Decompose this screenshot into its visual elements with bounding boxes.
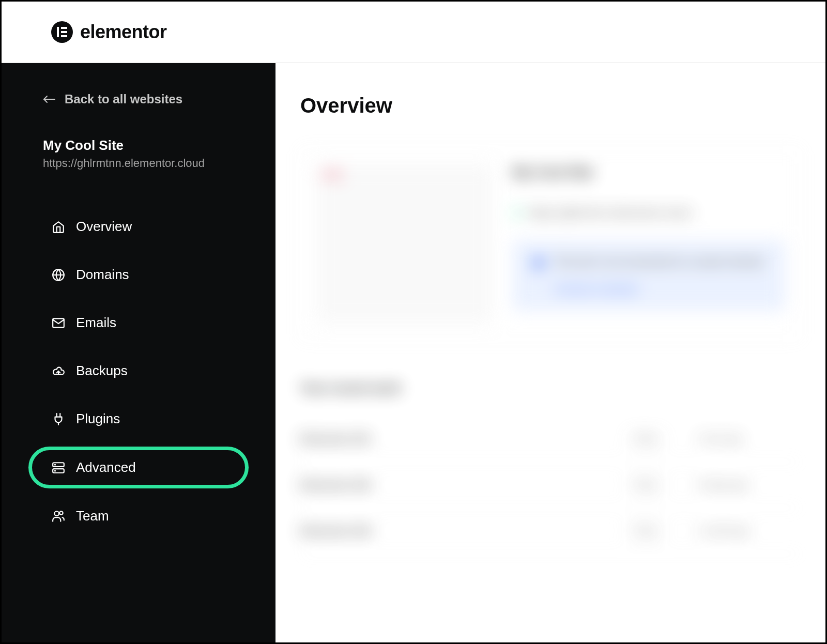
sidebar-item-overview[interactable]: Overview bbox=[28, 206, 249, 247]
home-icon bbox=[51, 220, 66, 234]
sidebar-item-team[interactable]: Team bbox=[28, 496, 249, 536]
row-time: 10 days ago bbox=[697, 480, 801, 490]
sidebar-item-label: Domains bbox=[76, 267, 129, 283]
row-tag: Page bbox=[594, 477, 697, 493]
sidebar-item-label: Overview bbox=[76, 219, 132, 235]
sidebar-item-label: Team bbox=[76, 508, 109, 524]
svg-rect-2 bbox=[61, 31, 67, 33]
sidebar-item-label: Advanced bbox=[76, 459, 136, 476]
check-icon bbox=[513, 208, 522, 218]
svg-rect-1 bbox=[61, 27, 67, 29]
mail-icon bbox=[51, 316, 66, 330]
blurred-preview-area: LIVE My Cool Site https://ghlrmtnn.eleme… bbox=[300, 148, 801, 554]
brand-logo[interactable]: elementor bbox=[51, 21, 167, 43]
svg-point-11 bbox=[55, 470, 55, 471]
sidebar-item-backups[interactable]: Backups bbox=[28, 350, 249, 391]
svg-point-12 bbox=[54, 511, 59, 516]
sidebar: Back to all websites My Cool Site https:… bbox=[2, 63, 275, 642]
table-row[interactable]: Elementor 003 Page 1 month ago bbox=[300, 508, 801, 554]
table-row[interactable]: Elementor 002 Page 10 days ago bbox=[300, 462, 801, 508]
plug-icon bbox=[51, 412, 66, 426]
sidebar-item-label: Emails bbox=[76, 315, 116, 331]
card-site-url: https://ghlrmtnn.elementor.cloud bbox=[529, 206, 691, 220]
sidebar-item-plugins[interactable]: Plugins bbox=[28, 398, 249, 439]
team-icon bbox=[51, 509, 66, 524]
globe-icon bbox=[51, 268, 66, 282]
row-tag: Page bbox=[594, 431, 697, 447]
info-icon bbox=[533, 258, 544, 268]
site-thumbnail: LIVE bbox=[316, 164, 492, 324]
site-status-badge: LIVE bbox=[321, 170, 342, 180]
sidebar-item-label: Plugins bbox=[76, 411, 120, 427]
row-name: Elementor 003 bbox=[300, 525, 594, 537]
table-row[interactable]: Elementor 001 Page 1 hour ago bbox=[300, 416, 801, 462]
back-to-websites-link[interactable]: Back to all websites bbox=[2, 92, 275, 106]
row-time: 1 hour ago bbox=[697, 434, 801, 444]
site-details: My Cool Site https://ghlrmtnn.elementor.… bbox=[513, 164, 785, 324]
site-info-block: My Cool Site https://ghlrmtnn.elementor.… bbox=[2, 137, 275, 170]
svg-rect-3 bbox=[61, 35, 67, 37]
card-site-name: My Cool Site bbox=[513, 164, 785, 180]
site-url: https://ghlrmtnn.elementor.cloud bbox=[43, 157, 234, 170]
card-url-row: https://ghlrmtnn.elementor.cloud bbox=[513, 206, 785, 220]
row-name: Elementor 001 bbox=[300, 433, 594, 445]
app-header: elementor bbox=[2, 2, 825, 63]
sidebar-item-label: Backups bbox=[76, 363, 128, 379]
connect-domain-link[interactable]: Connect a domain bbox=[554, 283, 764, 295]
sidebar-item-domains[interactable]: Domains bbox=[28, 254, 249, 295]
domain-info-banner: This site is not connected to a custom d… bbox=[513, 240, 785, 311]
sidebar-item-advanced[interactable]: Advanced bbox=[28, 447, 249, 488]
brand-name: elementor bbox=[80, 21, 167, 43]
row-tag: Page bbox=[594, 523, 697, 539]
recent-work-title: Your recent work bbox=[300, 381, 801, 395]
page-title: Overview bbox=[300, 94, 801, 117]
logo-mark-icon bbox=[51, 21, 73, 43]
app-body: Back to all websites My Cool Site https:… bbox=[2, 63, 825, 642]
svg-rect-0 bbox=[57, 27, 59, 37]
row-name: Elementor 002 bbox=[300, 479, 594, 491]
svg-point-10 bbox=[55, 464, 55, 465]
main-panel: Overview LIVE My Cool Site https://ghlrm… bbox=[275, 63, 825, 642]
server-icon bbox=[51, 461, 66, 475]
sidebar-item-emails[interactable]: Emails bbox=[28, 302, 249, 343]
arrow-left-icon bbox=[43, 92, 55, 106]
back-link-label: Back to all websites bbox=[65, 92, 182, 106]
svg-point-13 bbox=[59, 511, 63, 515]
sidebar-nav: Overview Domains Emails Backups bbox=[2, 206, 275, 536]
row-time: 1 month ago bbox=[697, 526, 801, 536]
cloud-icon bbox=[51, 364, 66, 378]
site-name: My Cool Site bbox=[43, 137, 234, 154]
banner-text: This site is not connected to a custom d… bbox=[554, 256, 764, 268]
site-overview-card: LIVE My Cool Site https://ghlrmtnn.eleme… bbox=[300, 148, 801, 340]
